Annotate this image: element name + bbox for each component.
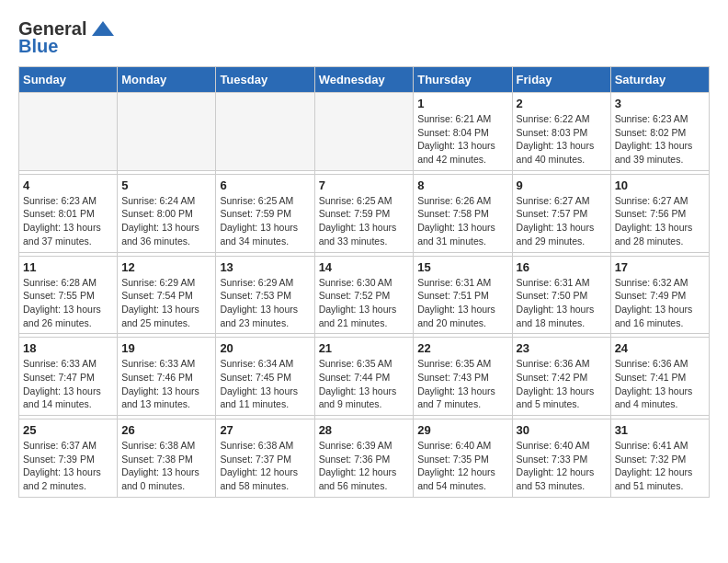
weekday-header: Monday	[118, 67, 216, 93]
day-number: 4	[23, 178, 113, 192]
calendar-cell: 26Sunrise: 6:38 AMSunset: 7:38 PMDayligh…	[118, 419, 216, 498]
page-header: General Blue	[18, 18, 710, 57]
logo: General Blue	[18, 18, 116, 57]
calendar-cell: 24Sunrise: 6:36 AMSunset: 7:41 PMDayligh…	[610, 338, 709, 416]
day-info: Sunrise: 6:39 AMSunset: 7:36 PMDaylight:…	[319, 439, 410, 493]
day-number: 15	[417, 260, 507, 274]
calendar-cell: 11Sunrise: 6:28 AMSunset: 7:55 PMDayligh…	[19, 256, 118, 334]
day-info: Sunrise: 6:22 AMSunset: 8:03 PMDaylight:…	[517, 112, 607, 167]
day-number: 11	[23, 260, 113, 274]
calendar-cell: 28Sunrise: 6:39 AMSunset: 7:36 PMDayligh…	[314, 419, 414, 498]
calendar-table: SundayMondayTuesdayWednesdayThursdayFrid…	[18, 66, 710, 498]
calendar-week-row: 25Sunrise: 6:37 AMSunset: 7:39 PMDayligh…	[19, 419, 710, 498]
day-info: Sunrise: 6:35 AMSunset: 7:44 PMDaylight:…	[319, 357, 410, 411]
day-info: Sunrise: 6:38 AMSunset: 7:37 PMDaylight:…	[220, 439, 310, 493]
day-info: Sunrise: 6:21 AMSunset: 8:04 PMDaylight:…	[417, 112, 507, 167]
day-info: Sunrise: 6:28 AMSunset: 7:55 PMDaylight:…	[23, 276, 113, 330]
calendar-cell: 1Sunrise: 6:21 AMSunset: 8:04 PMDaylight…	[414, 93, 512, 171]
day-number: 12	[121, 260, 211, 274]
calendar-cell: 15Sunrise: 6:31 AMSunset: 7:51 PMDayligh…	[414, 256, 512, 334]
day-info: Sunrise: 6:34 AMSunset: 7:45 PMDaylight:…	[220, 357, 310, 411]
calendar-cell: 8Sunrise: 6:26 AMSunset: 7:58 PMDaylight…	[414, 174, 512, 252]
calendar-cell: 14Sunrise: 6:30 AMSunset: 7:52 PMDayligh…	[314, 256, 414, 334]
day-number: 25	[23, 423, 113, 437]
logo-icon	[90, 19, 116, 40]
day-info: Sunrise: 6:25 AMSunset: 7:59 PMDaylight:…	[319, 194, 410, 248]
day-info: Sunrise: 6:24 AMSunset: 8:00 PMDaylight:…	[121, 194, 211, 248]
day-info: Sunrise: 6:37 AMSunset: 7:39 PMDaylight:…	[23, 439, 113, 493]
calendar-cell: 21Sunrise: 6:35 AMSunset: 7:44 PMDayligh…	[314, 338, 414, 416]
calendar-cell: 20Sunrise: 6:34 AMSunset: 7:45 PMDayligh…	[216, 338, 314, 416]
day-number: 30	[517, 423, 607, 437]
calendar-header-row: SundayMondayTuesdayWednesdayThursdayFrid…	[19, 67, 710, 93]
calendar-cell: 9Sunrise: 6:27 AMSunset: 7:57 PMDaylight…	[512, 174, 610, 252]
calendar-cell: 12Sunrise: 6:29 AMSunset: 7:54 PMDayligh…	[118, 256, 216, 334]
day-number: 22	[417, 341, 507, 355]
day-info: Sunrise: 6:26 AMSunset: 7:58 PMDaylight:…	[417, 194, 507, 248]
calendar-cell	[19, 93, 118, 171]
calendar-cell: 4Sunrise: 6:23 AMSunset: 8:01 PMDaylight…	[19, 174, 118, 252]
day-number: 16	[517, 260, 607, 274]
day-info: Sunrise: 6:33 AMSunset: 7:47 PMDaylight:…	[23, 357, 113, 411]
day-info: Sunrise: 6:35 AMSunset: 7:43 PMDaylight:…	[417, 357, 507, 411]
calendar-cell	[118, 93, 216, 171]
day-number: 29	[417, 423, 507, 437]
day-number: 17	[615, 260, 705, 274]
day-number: 19	[121, 341, 211, 355]
day-number: 31	[615, 423, 705, 437]
calendar-cell: 23Sunrise: 6:36 AMSunset: 7:42 PMDayligh…	[512, 338, 610, 416]
day-info: Sunrise: 6:40 AMSunset: 7:33 PMDaylight:…	[517, 439, 607, 493]
day-info: Sunrise: 6:38 AMSunset: 7:38 PMDaylight:…	[121, 439, 211, 493]
day-number: 28	[319, 423, 410, 437]
calendar-week-row: 4Sunrise: 6:23 AMSunset: 8:01 PMDaylight…	[19, 174, 710, 252]
day-info: Sunrise: 6:25 AMSunset: 7:59 PMDaylight:…	[220, 194, 310, 248]
calendar-cell: 17Sunrise: 6:32 AMSunset: 7:49 PMDayligh…	[610, 256, 709, 334]
day-number: 13	[220, 260, 310, 274]
day-info: Sunrise: 6:27 AMSunset: 7:56 PMDaylight:…	[615, 194, 705, 248]
svg-marker-0	[92, 21, 114, 36]
calendar-cell: 7Sunrise: 6:25 AMSunset: 7:59 PMDaylight…	[314, 174, 414, 252]
day-number: 27	[220, 423, 310, 437]
day-info: Sunrise: 6:33 AMSunset: 7:46 PMDaylight:…	[121, 357, 211, 411]
day-number: 10	[615, 178, 705, 192]
calendar-week-row: 1Sunrise: 6:21 AMSunset: 8:04 PMDaylight…	[19, 93, 710, 171]
day-number: 23	[517, 341, 607, 355]
day-number: 14	[319, 260, 410, 274]
day-info: Sunrise: 6:23 AMSunset: 8:02 PMDaylight:…	[615, 112, 705, 167]
calendar-cell: 29Sunrise: 6:40 AMSunset: 7:35 PMDayligh…	[414, 419, 512, 498]
calendar-cell	[216, 93, 314, 171]
logo-blue-text: Blue	[18, 36, 58, 57]
day-number: 26	[121, 423, 211, 437]
calendar-cell: 30Sunrise: 6:40 AMSunset: 7:33 PMDayligh…	[512, 419, 610, 498]
day-info: Sunrise: 6:29 AMSunset: 7:54 PMDaylight:…	[121, 276, 211, 330]
calendar-cell: 13Sunrise: 6:29 AMSunset: 7:53 PMDayligh…	[216, 256, 314, 334]
day-number: 8	[417, 178, 507, 192]
day-info: Sunrise: 6:30 AMSunset: 7:52 PMDaylight:…	[319, 276, 410, 330]
day-info: Sunrise: 6:31 AMSunset: 7:51 PMDaylight:…	[417, 276, 507, 330]
calendar-cell: 10Sunrise: 6:27 AMSunset: 7:56 PMDayligh…	[610, 174, 709, 252]
day-number: 2	[517, 97, 607, 110]
calendar-cell: 16Sunrise: 6:31 AMSunset: 7:50 PMDayligh…	[512, 256, 610, 334]
calendar-week-row: 11Sunrise: 6:28 AMSunset: 7:55 PMDayligh…	[19, 256, 710, 334]
weekday-header: Thursday	[414, 67, 512, 93]
calendar-cell	[314, 93, 414, 171]
day-number: 7	[319, 178, 410, 192]
day-info: Sunrise: 6:40 AMSunset: 7:35 PMDaylight:…	[417, 439, 507, 493]
day-number: 9	[517, 178, 607, 192]
day-info: Sunrise: 6:27 AMSunset: 7:57 PMDaylight:…	[517, 194, 607, 248]
day-number: 6	[220, 178, 310, 192]
calendar-cell: 31Sunrise: 6:41 AMSunset: 7:32 PMDayligh…	[610, 419, 709, 498]
weekday-header: Wednesday	[314, 67, 414, 93]
day-number: 5	[121, 178, 211, 192]
calendar-week-row: 18Sunrise: 6:33 AMSunset: 7:47 PMDayligh…	[19, 338, 710, 416]
day-number: 24	[615, 341, 705, 355]
calendar-cell: 19Sunrise: 6:33 AMSunset: 7:46 PMDayligh…	[118, 338, 216, 416]
weekday-header: Sunday	[19, 67, 118, 93]
day-number: 18	[23, 341, 113, 355]
calendar-cell: 25Sunrise: 6:37 AMSunset: 7:39 PMDayligh…	[19, 419, 118, 498]
day-info: Sunrise: 6:31 AMSunset: 7:50 PMDaylight:…	[517, 276, 607, 330]
calendar-cell: 6Sunrise: 6:25 AMSunset: 7:59 PMDaylight…	[216, 174, 314, 252]
day-info: Sunrise: 6:29 AMSunset: 7:53 PMDaylight:…	[220, 276, 310, 330]
day-info: Sunrise: 6:32 AMSunset: 7:49 PMDaylight:…	[615, 276, 705, 330]
weekday-header: Tuesday	[216, 67, 314, 93]
